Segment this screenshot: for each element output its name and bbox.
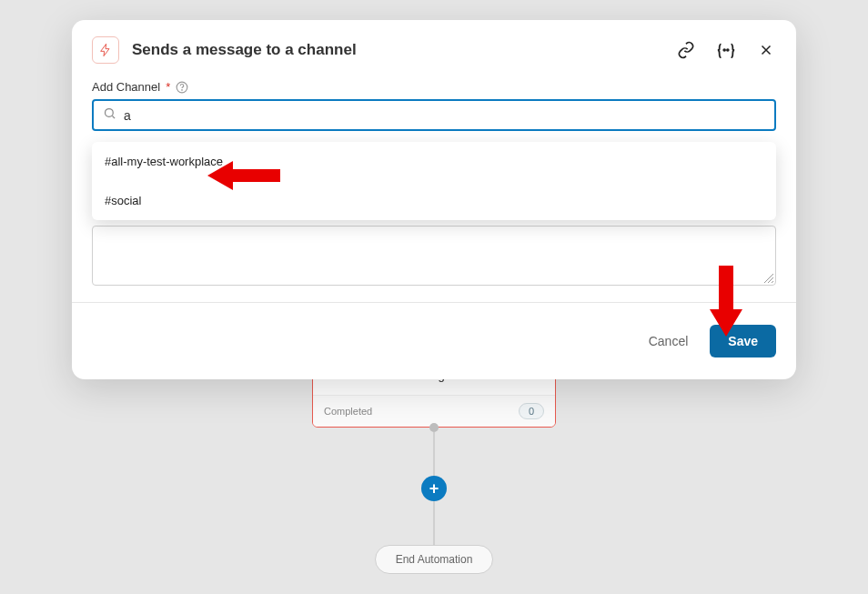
add-step-button[interactable]: + xyxy=(421,476,447,501)
modal-title: Sends a message to a channel xyxy=(132,41,663,59)
connector-line xyxy=(433,501,435,545)
search-icon xyxy=(103,106,116,124)
connector-dot xyxy=(429,423,439,432)
dropdown-option[interactable]: #social xyxy=(92,181,776,220)
node-count-badge: 0 xyxy=(519,403,544,419)
variables-icon[interactable] xyxy=(716,40,736,60)
bolt-icon xyxy=(92,36,119,64)
end-automation-button[interactable]: End Automation xyxy=(375,545,494,574)
channel-search-field[interactable] xyxy=(92,99,776,131)
cancel-button[interactable]: Cancel xyxy=(640,327,698,356)
svg-point-2 xyxy=(727,49,729,51)
node-status: Completed xyxy=(324,406,372,417)
channel-dropdown: #all-my-test-workplace #social xyxy=(92,142,776,220)
svg-point-5 xyxy=(106,109,114,117)
svg-point-1 xyxy=(723,49,725,51)
search-input[interactable] xyxy=(124,108,765,123)
save-button[interactable]: Save xyxy=(710,325,776,357)
resize-handle[interactable] xyxy=(764,274,773,283)
connector-line xyxy=(433,432,435,476)
svg-point-4 xyxy=(182,89,183,90)
dropdown-option[interactable]: #all-my-test-workplace xyxy=(92,142,776,181)
action-config-modal: Sends a message to a channel Add Channel… xyxy=(72,20,796,379)
field-label: Add Channel * xyxy=(92,80,776,94)
required-asterisk: * xyxy=(166,80,170,94)
close-icon[interactable] xyxy=(756,40,776,60)
help-icon[interactable] xyxy=(176,81,188,94)
message-textarea[interactable] xyxy=(92,226,776,286)
field-label-text: Add Channel xyxy=(92,80,160,94)
link-icon[interactable] xyxy=(676,40,696,60)
